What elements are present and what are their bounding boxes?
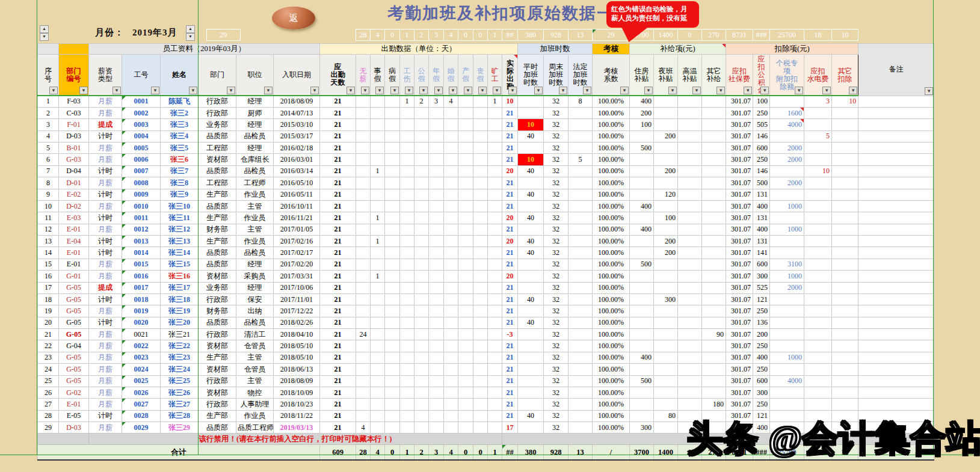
cell-night[interactable] [654,107,678,118]
cell-ot-legal[interactable] [569,247,593,259]
cell-social[interactable]: 301.07 [726,293,753,305]
cell-ot-normal[interactable] [518,305,544,317]
cell-fund[interactable]: 250 [753,364,770,375]
cell-other-supp[interactable] [702,96,726,107]
cell-fund[interactable]: 400 [753,200,770,212]
cell-other-supp[interactable] [702,305,726,317]
cell-leave-2[interactable] [385,305,400,317]
cell-ot-normal[interactable]: 40 [518,212,544,224]
cell-ot-weekend[interactable]: 32 [544,247,569,259]
cell-ot-normal[interactable]: 10 [518,119,544,130]
cell-leave-3[interactable] [400,224,414,235]
filter-button[interactable]: ▼ [310,87,319,94]
cell-name[interactable]: 张三13 [161,236,199,247]
cell-name[interactable]: 张三29 [161,422,199,434]
cell-emp-id[interactable]: 0021 [122,329,161,340]
filter-button[interactable]: ▼ [744,87,752,94]
cell-ot-normal[interactable]: 40 [518,236,544,247]
cell-other-supp[interactable] [702,293,726,305]
cell-other-supp[interactable] [702,282,726,293]
cell-assess[interactable]: 100.00% [593,247,630,259]
cell-position[interactable]: 作业员 [236,236,274,247]
cell-pay-type[interactable]: 月薪 [89,364,122,375]
disabled-note[interactable]: 该行禁用！(请在本行前插入空白行，打印时可隐藏本行！) [89,434,502,445]
cell-utility[interactable] [804,200,832,212]
cell-hire-date[interactable]: 2017/02/16 [274,236,320,247]
cell-leave-9[interactable] [488,399,502,410]
cell-emp-id[interactable]: 0025 [122,375,161,387]
cell-required-days[interactable]: 21 [320,259,356,270]
cell-leave-0[interactable] [356,410,371,421]
cell-actual-days[interactable]: 21 [502,200,518,212]
cell-leave-3[interactable] [400,165,414,177]
cell-hire-date[interactable]: 2016/10/11 [274,200,320,212]
column-sick-leave[interactable]: 病 假▼ [385,55,400,96]
cell-leave-7[interactable] [458,410,473,421]
cell-pay-type[interactable]: 月薪 [89,399,122,410]
cell-position[interactable]: 经理 [236,259,274,270]
cell-leave-8[interactable] [473,340,488,352]
cell-tax-deduct[interactable]: 2000 [770,143,804,154]
cell-ot-legal[interactable] [569,130,593,142]
cell-leave-2[interactable] [385,177,400,189]
cell-emp-id[interactable]: 0029 [122,422,161,434]
cell-emp-id[interactable]: 0002 [122,107,161,118]
cell-actual-days[interactable]: 21 [502,119,518,130]
cell-other-supp[interactable]: 180 [702,399,726,410]
cell-remark[interactable] [858,271,934,282]
cell-assess[interactable]: 100.00% [593,177,630,189]
cell-leave-0[interactable] [356,224,371,235]
cell-dept[interactable]: 资材部 [199,364,236,375]
group-deductions[interactable]: 扣除项(元) [726,44,858,55]
cell-dept[interactable]: 业务部 [199,119,236,130]
cell-leave-2[interactable] [385,224,400,235]
cell-fund[interactable]: 400 [753,352,770,363]
cell-ot-normal[interactable] [518,340,544,352]
cell-utility[interactable] [804,375,832,387]
total-leave-8[interactable]: 0 [473,445,488,460]
cell-ot-weekend[interactable]: 32 [544,259,569,270]
cell-emp-id[interactable]: 0015 [122,259,161,270]
cell-leave-8[interactable] [473,282,488,293]
cell-leave-8[interactable] [473,317,488,328]
cell-emp-id[interactable]: 0013 [122,236,161,247]
cell-fund[interactable]: 250 [753,154,770,165]
column-name[interactable]: 姓名▼ [161,55,199,96]
group-overtime[interactable]: 加班时数 [518,44,593,55]
cell-name[interactable]: 张三8 [161,177,199,189]
cell-position[interactable]: 经理 [236,96,274,107]
cell-leave-2[interactable] [385,154,400,165]
cell-leave-2[interactable] [385,96,400,107]
cell-hire-date[interactable]: 2017/11/01 [274,293,320,305]
cell-leave-0[interactable] [356,107,371,118]
cell-tax-deduct[interactable]: 2000 [770,282,804,293]
cell-leave-2[interactable] [385,375,400,387]
cell-pay-type[interactable]: 提成 [89,282,122,293]
cell-housing[interactable] [630,293,654,305]
cell-leave-8[interactable] [473,329,488,340]
cell-ot-normal[interactable] [518,282,544,293]
cell-leave-0[interactable] [356,236,371,247]
cell-heat[interactable] [678,340,702,352]
filter-button[interactable]: ▼ [361,87,369,94]
cell-leave-1[interactable]: 1 [371,271,385,282]
cell-leave-7[interactable] [458,107,473,118]
cell-leave-7[interactable] [458,130,473,142]
cell-social[interactable]: 301.07 [726,212,753,224]
cell-leave-1[interactable] [371,410,385,421]
cell-leave-4[interactable] [414,189,429,200]
cell-leave-8[interactable] [473,259,488,270]
cell-leave-3[interactable] [400,130,414,142]
cell-housing[interactable]: 100 [630,119,654,130]
cell-leave-5[interactable] [429,154,444,165]
cell-leave-9[interactable] [488,340,502,352]
cell-ot-weekend[interactable]: 32 [544,236,569,247]
cell-leave-4[interactable] [414,130,429,142]
cell-leave-3[interactable] [400,177,414,189]
cell-ot-normal[interactable] [518,399,544,410]
cell-name[interactable]: 张三20 [161,317,199,328]
cell-dept[interactable]: 品质部 [199,259,236,270]
cell-social[interactable]: 301.07 [726,107,753,118]
cell-leave-1[interactable] [371,375,385,387]
cell-other-deduct[interactable] [832,329,858,340]
